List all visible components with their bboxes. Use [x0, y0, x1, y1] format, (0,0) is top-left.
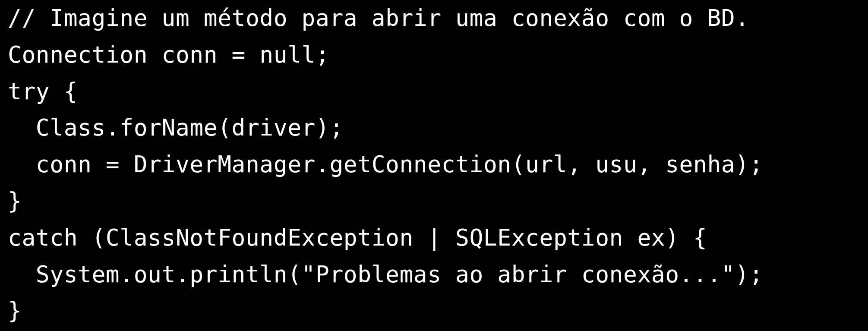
code-snippet: // Imagine um método para abrir uma cone… — [0, 0, 868, 331]
